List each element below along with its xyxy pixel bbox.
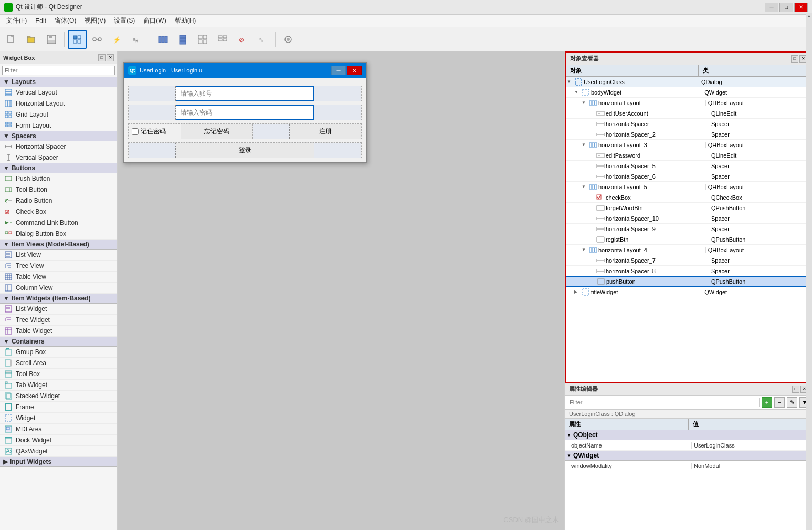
expand-hlayout3[interactable]: ▼ bbox=[582, 142, 589, 147]
obj-row-hlayout5[interactable]: ▼ horizontalLayout_5 QHBoxLayout bbox=[566, 182, 811, 192]
wb-float-button[interactable]: □ bbox=[98, 54, 106, 61]
obj-row-hspacer5[interactable]: horizontalSpacer_5 Spacer bbox=[566, 161, 811, 171]
category-spacers[interactable]: ▼ Spacers bbox=[0, 131, 117, 141]
gridlayout-button[interactable] bbox=[193, 30, 212, 49]
item-widget[interactable]: Widget bbox=[0, 413, 117, 424]
menu-window[interactable]: 窗口(W) bbox=[139, 15, 170, 26]
adjust-size-button[interactable]: ⤡ bbox=[253, 30, 272, 49]
item-stacked-widget[interactable]: Stacked Widget bbox=[0, 391, 117, 402]
item-dock-widget[interactable]: Dock Widget bbox=[0, 435, 117, 446]
prop-row-objectname[interactable]: objectName UserLoginClass bbox=[565, 440, 812, 451]
obj-inspector-float-btn[interactable]: □ bbox=[791, 55, 798, 63]
wb-filter-input[interactable] bbox=[2, 66, 115, 75]
password-input[interactable] bbox=[176, 105, 314, 120]
item-hspacer[interactable]: Horizontal Spacer bbox=[0, 141, 117, 152]
obj-row-hspacer9[interactable]: horizontalSpacer_9 Spacer bbox=[566, 224, 811, 234]
prop-editor-float-btn[interactable]: □ bbox=[792, 386, 799, 393]
item-check-box[interactable]: Check Box bbox=[0, 206, 117, 217]
form-close-button[interactable]: ✕ bbox=[347, 66, 362, 75]
item-grid-layout[interactable]: Grid Layout bbox=[0, 109, 117, 120]
expand-hlayout[interactable]: ▼ bbox=[582, 100, 589, 105]
obj-row-hspacer[interactable]: horizontalSpacer Spacer bbox=[566, 119, 811, 129]
item-tool-button[interactable]: Tool Button bbox=[0, 184, 117, 195]
item-table-view[interactable]: Table View bbox=[0, 272, 117, 283]
obj-row-hspacer2[interactable]: horizontalSpacer_2 Spacer bbox=[566, 129, 811, 140]
maximize-button[interactable]: □ bbox=[779, 3, 793, 12]
obj-row-forgetwordbtn[interactable]: forgetWordBtn QPushButton bbox=[566, 203, 811, 213]
obj-row-edituseraccount[interactable]: editUserAccount QLineEdit bbox=[566, 108, 811, 119]
item-frame[interactable]: Frame bbox=[0, 402, 117, 413]
prop-edit-button[interactable]: ✎ bbox=[787, 397, 797, 408]
remember-checkbox[interactable] bbox=[132, 128, 139, 135]
prop-category-qwidget[interactable]: ▼ QWidget bbox=[565, 451, 812, 461]
item-form-layout[interactable]: Form Layout bbox=[0, 120, 117, 131]
item-tab-widget[interactable]: Tab Widget bbox=[0, 380, 117, 391]
expand-titlewidget[interactable]: ▶ bbox=[574, 289, 582, 294]
obj-row-bodywidget[interactable]: ▼ bodyWidget QWidget bbox=[566, 87, 811, 98]
tab-order-button[interactable]: ↹ bbox=[128, 30, 146, 49]
prop-add-button[interactable]: + bbox=[762, 397, 772, 408]
prop-value-objectname[interactable]: UserLoginClass bbox=[692, 442, 812, 449]
item-table-widget[interactable]: Table Widget bbox=[0, 326, 117, 337]
prop-value-windowmodality[interactable]: NonModal bbox=[692, 463, 812, 469]
form-minimize-button[interactable]: ─ bbox=[331, 66, 346, 75]
item-list-view[interactable]: List View bbox=[0, 250, 117, 261]
menu-file[interactable]: 文件(F) bbox=[2, 15, 31, 26]
menu-settings[interactable]: 设置(S) bbox=[110, 15, 139, 26]
account-input[interactable] bbox=[176, 86, 314, 101]
category-item-widgets[interactable]: ▼ Item Widgets (Item-Based) bbox=[0, 294, 117, 304]
obj-row-hlayout[interactable]: ▼ horizontalLayout QHBoxLayout bbox=[566, 98, 811, 108]
close-button[interactable]: ✕ bbox=[794, 3, 808, 12]
minimize-button[interactable]: ─ bbox=[765, 3, 778, 12]
preview-button[interactable] bbox=[279, 30, 298, 49]
item-tree-widget[interactable]: Tree Widget bbox=[0, 315, 117, 326]
save-button[interactable] bbox=[42, 30, 61, 49]
item-group-box[interactable]: Group Box bbox=[0, 347, 117, 358]
item-command-link-button[interactable]: Command Link Button bbox=[0, 217, 117, 228]
prop-row-windowmodality[interactable]: windowModality NonModal bbox=[565, 461, 812, 471]
widget-mode-button[interactable] bbox=[68, 30, 87, 49]
obj-row-editpassword[interactable]: editPassword QLineEdit bbox=[566, 150, 811, 161]
obj-row-hlayout4[interactable]: ▼ horizontalLayout_4 QHBoxLayout bbox=[566, 245, 811, 255]
wb-close-button[interactable]: ✕ bbox=[107, 54, 114, 61]
item-mdi-area[interactable]: MDI Area bbox=[0, 424, 117, 435]
expand-hlayout4[interactable]: ▼ bbox=[582, 247, 589, 252]
prop-category-qobject[interactable]: ▼ QObject bbox=[565, 430, 812, 440]
menu-form[interactable]: 窗体(O) bbox=[50, 15, 80, 26]
prop-filter-input[interactable] bbox=[567, 398, 760, 407]
obj-row-userloginclass[interactable]: ▼ UserLoginClass QDialog bbox=[566, 77, 811, 87]
obj-row-hspacer6[interactable]: horizontalSpacer_6 Spacer bbox=[566, 171, 811, 182]
item-vertical-layout[interactable]: Vertical Layout bbox=[0, 87, 117, 98]
category-containers[interactable]: ▼ Containers bbox=[0, 337, 117, 347]
item-tree-view[interactable]: Tree View bbox=[0, 261, 117, 272]
forget-button[interactable]: 忘记密码 bbox=[181, 124, 253, 139]
item-scroll-area[interactable]: Scroll Area bbox=[0, 358, 117, 369]
category-layouts[interactable]: ▼ Layouts bbox=[0, 77, 117, 87]
prop-remove-button[interactable]: − bbox=[774, 397, 785, 408]
obj-row-hspacer8[interactable]: horizontalSpacer_8 Spacer bbox=[566, 266, 811, 276]
menu-help[interactable]: 帮助(H) bbox=[171, 15, 201, 26]
expand-userloginclass[interactable]: ▼ bbox=[567, 79, 574, 84]
hlayout-button[interactable] bbox=[153, 30, 172, 49]
item-horizontal-layout[interactable]: Horizontal Layout bbox=[0, 98, 117, 109]
item-qax-widget[interactable]: Ax QAxWidget bbox=[0, 446, 117, 457]
item-tool-box[interactable]: Tool Box bbox=[0, 369, 117, 380]
register-button[interactable]: 注册 bbox=[290, 124, 361, 139]
buddy-mode-button[interactable]: ⚡ bbox=[108, 30, 126, 49]
break-layout-button[interactable]: ⊘ bbox=[233, 30, 252, 49]
obj-row-checkbox[interactable]: checkBox QCheckBox bbox=[566, 192, 811, 203]
new-button[interactable] bbox=[2, 30, 21, 49]
item-radio-button[interactable]: Radio Button bbox=[0, 195, 117, 206]
vlayout-button[interactable] bbox=[173, 30, 192, 49]
item-dialog-button-box[interactable]: Dialog Button Box bbox=[0, 228, 117, 240]
expand-bodywidget[interactable]: ▼ bbox=[574, 90, 582, 95]
item-vspacer[interactable]: Vertical Spacer bbox=[0, 152, 117, 163]
login-button[interactable]: 登录 bbox=[176, 143, 314, 158]
expand-hlayout5[interactable]: ▼ bbox=[582, 184, 589, 189]
signal-slot-button[interactable] bbox=[88, 30, 107, 49]
obj-row-registbtn[interactable]: registBtn QPushButton bbox=[566, 234, 811, 245]
open-button[interactable] bbox=[22, 30, 41, 49]
menu-view[interactable]: 视图(V) bbox=[80, 15, 110, 26]
item-push-button[interactable]: Push Button bbox=[0, 173, 117, 184]
obj-row-hlayout3[interactable]: ▼ horizontalLayout_3 QHBoxLayout bbox=[566, 140, 811, 150]
